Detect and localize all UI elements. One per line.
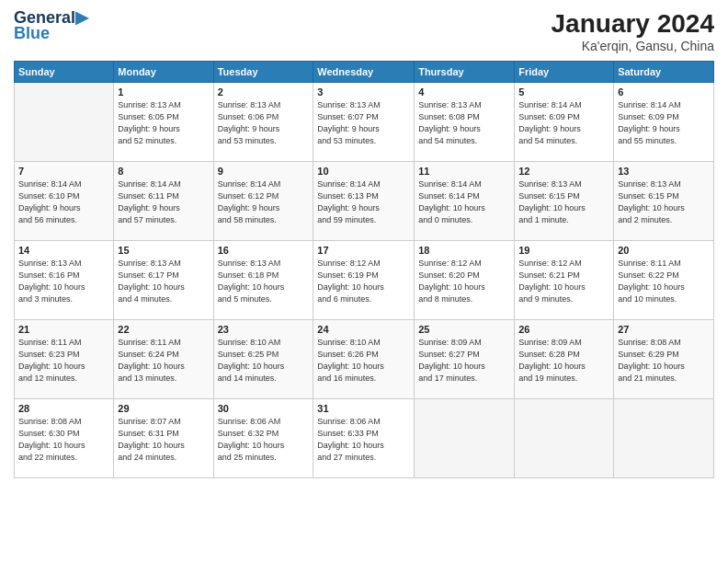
day-number: 26 [518,324,609,335]
day-info: Sunrise: 8:13 AM Sunset: 6:06 PM Dayligh… [218,99,310,147]
day-number: 25 [418,324,510,335]
day-number: 31 [317,403,410,414]
table-row: 11Sunrise: 8:14 AM Sunset: 6:14 PM Dayli… [415,162,515,241]
page: General▶ Blue January 2024 Ka'erqin, Gan… [0,0,728,563]
day-info: Sunrise: 8:13 AM Sunset: 6:07 PM Dayligh… [317,99,410,147]
table-row [614,399,714,478]
day-info: Sunrise: 8:06 AM Sunset: 6:33 PM Dayligh… [317,416,410,464]
day-info: Sunrise: 8:11 AM Sunset: 6:24 PM Dayligh… [118,337,209,385]
day-number: 12 [518,166,609,177]
day-info: Sunrise: 8:14 AM Sunset: 6:14 PM Dayligh… [418,178,510,226]
day-info: Sunrise: 8:13 AM Sunset: 6:08 PM Dayligh… [418,99,510,147]
day-info: Sunrise: 8:13 AM Sunset: 6:15 PM Dayligh… [518,178,609,226]
day-info: Sunrise: 8:14 AM Sunset: 6:11 PM Dayligh… [118,178,209,226]
table-row: 21Sunrise: 8:11 AM Sunset: 6:23 PM Dayli… [15,320,114,399]
calendar: Sunday Monday Tuesday Wednesday Thursday… [14,61,714,478]
col-monday: Monday [114,62,213,83]
table-row: 16Sunrise: 8:13 AM Sunset: 6:18 PM Dayli… [213,241,313,320]
col-sunday: Sunday [15,62,114,83]
table-row: 20Sunrise: 8:11 AM Sunset: 6:22 PM Dayli… [614,241,714,320]
table-row: 31Sunrise: 8:06 AM Sunset: 6:33 PM Dayli… [313,399,415,478]
table-row: 10Sunrise: 8:14 AM Sunset: 6:13 PM Dayli… [313,162,415,241]
table-row: 14Sunrise: 8:13 AM Sunset: 6:16 PM Dayli… [15,241,114,320]
day-number: 13 [618,166,710,177]
table-row: 25Sunrise: 8:09 AM Sunset: 6:27 PM Dayli… [415,320,515,399]
day-number: 24 [317,324,410,335]
logo: General▶ Blue [14,9,88,43]
day-number: 6 [618,86,710,98]
table-row: 17Sunrise: 8:12 AM Sunset: 6:19 PM Dayli… [313,241,415,320]
table-row [15,83,114,162]
day-number: 20 [618,245,710,256]
day-info: Sunrise: 8:14 AM Sunset: 6:12 PM Dayligh… [218,178,310,226]
table-row: 5Sunrise: 8:14 AM Sunset: 6:09 PM Daylig… [515,83,614,162]
day-info: Sunrise: 8:10 AM Sunset: 6:26 PM Dayligh… [317,337,410,385]
day-number: 3 [317,86,410,98]
day-number: 30 [218,403,310,414]
day-number: 16 [218,245,310,256]
col-thursday: Thursday [415,62,515,83]
day-number: 29 [118,403,209,414]
table-row: 13Sunrise: 8:13 AM Sunset: 6:15 PM Dayli… [614,162,714,241]
logo-blue: Blue [14,24,50,43]
day-number: 7 [18,166,109,177]
day-number: 8 [118,166,209,177]
day-number: 19 [518,245,609,256]
day-number: 27 [618,324,710,335]
day-info: Sunrise: 8:13 AM Sunset: 6:15 PM Dayligh… [618,178,710,226]
day-number: 4 [418,86,510,98]
day-info: Sunrise: 8:06 AM Sunset: 6:32 PM Dayligh… [218,416,310,464]
table-row: 3Sunrise: 8:13 AM Sunset: 6:07 PM Daylig… [313,83,415,162]
table-row: 6Sunrise: 8:14 AM Sunset: 6:09 PM Daylig… [614,83,714,162]
table-row [415,399,515,478]
title-block: January 2024 Ka'erqin, Gansu, China [552,9,714,53]
day-info: Sunrise: 8:11 AM Sunset: 6:22 PM Dayligh… [618,258,710,305]
day-number: 5 [518,86,609,98]
day-info: Sunrise: 8:14 AM Sunset: 6:10 PM Dayligh… [18,178,109,226]
header: General▶ Blue January 2024 Ka'erqin, Gan… [14,9,714,53]
table-row: 1Sunrise: 8:13 AM Sunset: 6:05 PM Daylig… [114,83,213,162]
table-row: 29Sunrise: 8:07 AM Sunset: 6:31 PM Dayli… [114,399,213,478]
day-info: Sunrise: 8:09 AM Sunset: 6:28 PM Dayligh… [518,337,609,385]
day-info: Sunrise: 8:13 AM Sunset: 6:18 PM Dayligh… [218,258,310,305]
day-info: Sunrise: 8:14 AM Sunset: 6:13 PM Dayligh… [317,178,410,226]
day-number: 9 [218,166,310,177]
table-row: 9Sunrise: 8:14 AM Sunset: 6:12 PM Daylig… [213,162,313,241]
day-info: Sunrise: 8:09 AM Sunset: 6:27 PM Dayligh… [418,337,510,385]
col-wednesday: Wednesday [313,62,415,83]
day-info: Sunrise: 8:10 AM Sunset: 6:25 PM Dayligh… [218,337,310,385]
day-info: Sunrise: 8:13 AM Sunset: 6:16 PM Dayligh… [18,258,109,305]
day-number: 17 [317,245,410,256]
table-row: 27Sunrise: 8:08 AM Sunset: 6:29 PM Dayli… [614,320,714,399]
col-friday: Friday [515,62,614,83]
table-row: 4Sunrise: 8:13 AM Sunset: 6:08 PM Daylig… [415,83,515,162]
day-number: 22 [118,324,209,335]
col-tuesday: Tuesday [213,62,313,83]
subtitle: Ka'erqin, Gansu, China [552,39,714,53]
table-row: 8Sunrise: 8:14 AM Sunset: 6:11 PM Daylig… [114,162,213,241]
table-row: 7Sunrise: 8:14 AM Sunset: 6:10 PM Daylig… [15,162,114,241]
day-info: Sunrise: 8:12 AM Sunset: 6:19 PM Dayligh… [317,258,410,305]
table-row: 30Sunrise: 8:06 AM Sunset: 6:32 PM Dayli… [213,399,313,478]
day-info: Sunrise: 8:08 AM Sunset: 6:29 PM Dayligh… [618,337,710,385]
table-row: 15Sunrise: 8:13 AM Sunset: 6:17 PM Dayli… [114,241,213,320]
day-info: Sunrise: 8:14 AM Sunset: 6:09 PM Dayligh… [518,99,609,147]
table-row [515,399,614,478]
table-row: 18Sunrise: 8:12 AM Sunset: 6:20 PM Dayli… [415,241,515,320]
table-row: 23Sunrise: 8:10 AM Sunset: 6:25 PM Dayli… [213,320,313,399]
day-info: Sunrise: 8:13 AM Sunset: 6:05 PM Dayligh… [118,99,209,147]
table-row: 26Sunrise: 8:09 AM Sunset: 6:28 PM Dayli… [515,320,614,399]
day-number: 23 [218,324,310,335]
day-number: 10 [317,166,410,177]
day-info: Sunrise: 8:07 AM Sunset: 6:31 PM Dayligh… [118,416,209,464]
day-info: Sunrise: 8:08 AM Sunset: 6:30 PM Dayligh… [18,416,109,464]
day-info: Sunrise: 8:11 AM Sunset: 6:23 PM Dayligh… [18,337,109,385]
day-number: 18 [418,245,510,256]
table-row: 22Sunrise: 8:11 AM Sunset: 6:24 PM Dayli… [114,320,213,399]
day-number: 21 [18,324,109,335]
day-info: Sunrise: 8:12 AM Sunset: 6:20 PM Dayligh… [418,258,510,305]
col-saturday: Saturday [614,62,714,83]
day-number: 2 [218,86,310,98]
day-number: 28 [18,403,109,414]
table-row: 19Sunrise: 8:12 AM Sunset: 6:21 PM Dayli… [515,241,614,320]
